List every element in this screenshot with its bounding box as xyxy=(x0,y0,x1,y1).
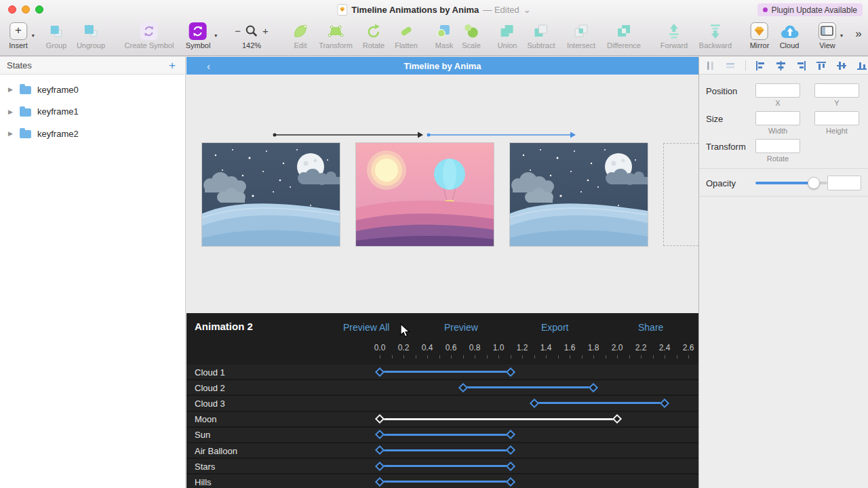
keyframe-bar[interactable] xyxy=(380,481,511,483)
keyframe-bar[interactable] xyxy=(380,434,511,436)
back-chevron-icon[interactable]: ‹ xyxy=(207,60,210,72)
edit-icon xyxy=(292,22,309,40)
create-symbol-label: Create Symbol xyxy=(125,41,174,49)
zoom-in-button[interactable]: + xyxy=(262,25,269,37)
create-symbol-button[interactable]: Create Symbol xyxy=(125,21,174,49)
scale-icon xyxy=(462,22,480,40)
artboard-keyframe2[interactable] xyxy=(510,143,648,246)
difference-button[interactable]: Difference xyxy=(607,21,641,49)
rotate-input[interactable] xyxy=(755,139,800,153)
distribute-horizontal-icon[interactable] xyxy=(705,60,716,71)
keyframe-bar[interactable] xyxy=(380,418,617,420)
size-width-input[interactable] xyxy=(755,111,800,125)
insert-button[interactable]: +▾ Insert xyxy=(9,21,28,49)
align-middle-vertical-icon[interactable] xyxy=(836,60,848,71)
view-label: View xyxy=(818,41,836,49)
row-label: Cloud 1 xyxy=(195,367,225,377)
disclosure-triangle-icon[interactable]: ▶ xyxy=(8,86,14,93)
position-x-input[interactable] xyxy=(755,83,800,98)
title-chevron-icon[interactable]: ⌄ xyxy=(524,5,531,15)
zoom-out-button[interactable]: − xyxy=(235,25,241,37)
keyframe-bar[interactable] xyxy=(380,371,511,373)
group-button[interactable]: Group xyxy=(46,21,67,49)
folder-icon xyxy=(20,108,31,117)
timeline-row-cloud2: Cloud 2 xyxy=(186,380,698,396)
plugin-update-badge[interactable]: Plugin Update Available xyxy=(757,3,863,16)
chevron-down-icon: ▾ xyxy=(214,33,217,39)
forward-button[interactable]: Forward xyxy=(660,21,688,49)
timeline-row-hills: Hills xyxy=(186,474,698,488)
transform-button[interactable]: Transform xyxy=(319,21,353,49)
distribute-vertical-icon[interactable] xyxy=(725,60,736,71)
transform-icon xyxy=(327,22,344,40)
size-height-input[interactable] xyxy=(814,111,859,125)
sidebar-item-keyframe0[interactable]: ▶ keyframe0 xyxy=(0,79,185,101)
close-window-button[interactable] xyxy=(8,5,16,14)
sidebar-item-keyframe1[interactable]: ▶ keyframe1 xyxy=(0,101,185,123)
keyframe-bar[interactable] xyxy=(463,386,594,388)
difference-icon xyxy=(615,22,633,40)
cloud-button[interactable]: Cloud xyxy=(779,21,800,49)
magnifier-icon xyxy=(244,24,259,39)
ungroup-button[interactable]: Ungroup xyxy=(77,21,105,49)
window-title: Timeline Animations by Anima xyxy=(351,5,479,15)
intersect-label: Intersect xyxy=(567,41,595,49)
mirror-icon xyxy=(751,22,768,40)
keyframe-bar[interactable] xyxy=(380,465,511,467)
rotate-button[interactable]: Rotate xyxy=(363,21,384,49)
backward-button[interactable]: Backward xyxy=(699,21,732,49)
zoom-level: 142% xyxy=(235,41,269,49)
rotate-icon xyxy=(365,22,382,40)
toolbar-overflow-button[interactable]: » xyxy=(855,27,860,41)
disclosure-triangle-icon[interactable]: ▶ xyxy=(8,108,14,115)
timeline-row-air-balloon: Air Balloon xyxy=(186,443,698,459)
align-left-icon[interactable] xyxy=(755,60,766,71)
badge-label: Plugin Update Available xyxy=(771,5,857,15)
opacity-slider-knob[interactable] xyxy=(808,177,820,189)
mask-button[interactable]: Mask xyxy=(435,21,453,49)
opacity-label: Opacity xyxy=(706,178,736,188)
disclosure-triangle-icon[interactable]: ▶ xyxy=(8,130,14,137)
flatten-button[interactable]: Flatten xyxy=(395,21,418,49)
backward-label: Backward xyxy=(699,41,732,49)
timeline-row-stars: Stars xyxy=(186,459,698,474)
keyframe-bar[interactable] xyxy=(380,449,511,451)
inspector-panel: Position X Y Size Width Height Transform… xyxy=(698,57,868,488)
transition-arrows xyxy=(186,75,698,142)
edit-button[interactable]: Edit xyxy=(292,21,309,49)
scale-button[interactable]: Scale xyxy=(462,21,481,49)
minimize-window-button[interactable] xyxy=(22,5,30,14)
intersect-button[interactable]: Intersect xyxy=(567,21,595,49)
badge-dot-icon xyxy=(763,7,768,12)
keyframe-bar[interactable] xyxy=(534,402,665,404)
align-bottom-icon[interactable] xyxy=(856,60,868,71)
subtract-button[interactable]: Subtract xyxy=(528,21,555,49)
artboard-keyframe1[interactable] xyxy=(356,143,494,246)
symbol-button[interactable]: ▾ Symbol xyxy=(186,21,211,49)
add-state-button[interactable]: + xyxy=(169,60,176,71)
mirror-button[interactable]: Mirror xyxy=(750,21,770,49)
symbol-label: Symbol xyxy=(186,41,211,49)
sidebar-item-keyframe2[interactable]: ▶ keyframe2 xyxy=(0,123,185,145)
position-label: Position xyxy=(706,86,737,96)
view-button[interactable]: ▾ View xyxy=(818,21,836,49)
cloud-icon xyxy=(779,22,800,40)
mask-label: Mask xyxy=(435,41,453,49)
cloud-label: Cloud xyxy=(779,41,800,49)
align-top-icon[interactable] xyxy=(816,60,827,71)
timeline-row-cloud1: Cloud 1 xyxy=(186,365,698,380)
folder-icon xyxy=(20,86,31,94)
canvas-area[interactable] xyxy=(186,75,698,313)
artboard-keyframe0[interactable] xyxy=(202,143,340,246)
union-button[interactable]: Union xyxy=(498,21,517,49)
row-label: Sun xyxy=(195,430,210,440)
states-list: ▶ keyframe0 ▶ keyframe1 ▶ keyframe2 xyxy=(0,75,185,145)
position-y-input[interactable] xyxy=(814,83,859,98)
align-center-horizontal-icon[interactable] xyxy=(775,60,787,71)
timeline-row-moon: Moon xyxy=(186,412,698,428)
opacity-input[interactable] xyxy=(827,176,861,190)
zoom-window-button[interactable] xyxy=(35,5,43,14)
align-right-icon[interactable] xyxy=(795,60,807,71)
divider xyxy=(699,168,868,169)
document-icon xyxy=(337,4,347,16)
